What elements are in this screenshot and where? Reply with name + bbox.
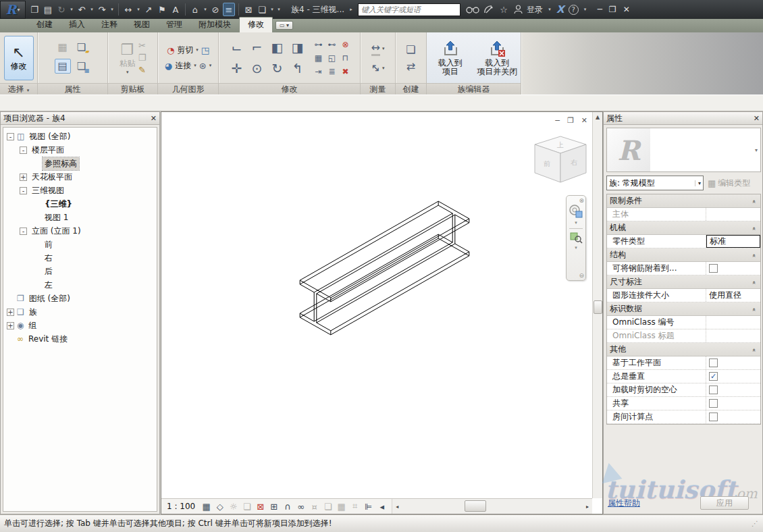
section-icon[interactable]: ⊘ (209, 3, 221, 16)
tree-item[interactable]: + 天花板平面 (3, 170, 157, 184)
tree-item[interactable]: 参照标高 (3, 157, 157, 170)
drawing-area[interactable]: ─ ❐ ✕ 上 前 右 ⊗ ▾ ▾ ⊖ ▲ 1 : 100 (161, 111, 603, 514)
modify-tool-icon[interactable]: ⌐ (247, 37, 267, 58)
property-row[interactable]: 房间计算点 « (607, 410, 760, 424)
tree-item[interactable]: 视图 1 (3, 211, 157, 224)
sign-in-dropdown-icon[interactable]: ▾ (547, 3, 552, 16)
thin-lines-icon[interactable]: ≡ (223, 3, 235, 16)
property-row[interactable]: 加载时剪切的空心 « (607, 383, 760, 397)
type-selector-dropdown-icon[interactable]: ▾ (695, 180, 701, 186)
measure-line-icon[interactable]: ↔ (371, 41, 380, 56)
create-similar-icon[interactable]: ⇄ (406, 60, 415, 73)
property-row[interactable]: 标识数据 « (607, 302, 760, 316)
horizontal-scrollbar[interactable]: ◂ ▸ (392, 499, 592, 514)
default-3d-view-icon[interactable]: ⌂ (189, 3, 201, 16)
undo-dropdown-icon[interactable]: ▾ (89, 3, 95, 16)
tree-item[interactable]: 右 (3, 251, 157, 265)
maximize-button[interactable]: ❐ (609, 5, 616, 14)
tree-item[interactable]: - 楼层平面 (3, 143, 157, 157)
measure-dropdown-icon[interactable]: ▾ (136, 3, 141, 16)
help-icon[interactable]: ? (569, 5, 579, 15)
undo-icon[interactable]: ↶ (76, 3, 88, 16)
section-collapse-icon[interactable]: « (752, 348, 758, 351)
property-checkbox[interactable] (709, 385, 718, 394)
view-control-icon[interactable]: ◇ (214, 502, 226, 512)
property-value[interactable]: 使用直径 (706, 289, 760, 302)
section-collapse-icon[interactable]: « (752, 253, 758, 257)
view-control-icon[interactable]: ∞ (295, 502, 307, 512)
modify-tool-icon[interactable]: ▦ (312, 51, 325, 65)
switch-windows-icon[interactable]: ❏ (256, 3, 268, 16)
navbar-close-icon[interactable]: ⊗ (579, 197, 584, 204)
edit-type-button[interactable]: ▦ 编辑类型 (708, 176, 761, 190)
family-category-icon[interactable]: ❏▰ (74, 40, 90, 55)
tree-item[interactable]: 前 (3, 238, 157, 251)
modify-tool-icon[interactable]: ⊙ (247, 58, 267, 79)
load-into-project-button[interactable]: 载入到 项目 (429, 40, 471, 76)
tree-item[interactable]: 左 (3, 278, 157, 292)
aligned-dimension-icon[interactable]: ↗ (142, 3, 155, 16)
sign-in-person-icon[interactable] (514, 5, 523, 14)
switch-windows-dropdown-icon[interactable]: ▾ (269, 3, 275, 16)
property-row[interactable]: OmniClass 编号 « (607, 316, 760, 329)
ribbon-tab[interactable]: 插入 (61, 18, 93, 32)
panel-label-select[interactable]: 选择 ▾ (0, 83, 37, 95)
modify-tool-icon[interactable]: ⊗ (339, 38, 352, 51)
exchange-apps-icon[interactable]: X (556, 3, 564, 16)
modify-tool-icon[interactable]: ⇥ (312, 65, 325, 78)
section-collapse-icon[interactable]: « (752, 307, 758, 311)
scroll-right-icon[interactable]: ▸ (583, 504, 592, 510)
preview-dropdown-icon[interactable]: ▾ (752, 144, 760, 156)
tree-item[interactable]: + ❑ 族 (3, 305, 157, 319)
steering-wheel-icon[interactable] (569, 204, 583, 219)
save-icon[interactable]: ▤ (42, 3, 54, 16)
property-row[interactable]: 基于工作平面 « (607, 356, 760, 370)
tree-expander-icon[interactable]: - (20, 187, 27, 194)
ribbon-tab[interactable]: 附加模块 (190, 18, 239, 32)
family-types-icon[interactable]: ▦ (55, 40, 71, 55)
property-checkbox[interactable] (709, 358, 718, 367)
copy-icon[interactable]: ❐ (138, 53, 147, 63)
vertical-scrollbar[interactable]: ▲ (592, 112, 602, 498)
horizontal-scroll-thumb[interactable] (465, 500, 486, 512)
view-control-icon[interactable]: ❏ (322, 502, 334, 512)
join-geometry-button[interactable]: 连接 (175, 60, 191, 72)
zoom-icon[interactable] (569, 230, 583, 244)
type-selector[interactable]: 族: 常规模型 ▾ (606, 176, 704, 190)
section-collapse-icon[interactable]: « (752, 199, 758, 203)
property-row[interactable]: 尺寸标注 « (607, 275, 760, 289)
property-row[interactable]: 圆形连接件大小 使用直径 « (607, 289, 760, 302)
favorites-star-icon[interactable]: ☆ (498, 3, 510, 16)
view-control-icon[interactable]: ⊠ (255, 502, 266, 512)
ribbon-tab[interactable]: 管理 (158, 18, 190, 32)
property-row[interactable]: 总是垂直 ✓ « (607, 370, 760, 383)
modify-tool-icon[interactable]: ◨ (288, 37, 308, 58)
property-row[interactable]: 共享 « (607, 397, 760, 410)
measure-diagonal-icon[interactable]: ↔ (368, 60, 384, 76)
tree-expander-icon[interactable]: + (7, 309, 14, 316)
property-value[interactable] (706, 208, 760, 221)
property-row[interactable]: 机械 « (607, 221, 760, 235)
apply-button[interactable]: 应用 (700, 496, 749, 510)
tree-item[interactable]: - 三维视图 (3, 184, 157, 197)
view-scale[interactable]: 1 : 100 (161, 502, 201, 511)
view-control-icon[interactable]: ☼ (228, 502, 239, 512)
help-dropdown-icon[interactable]: ▾ (583, 3, 588, 16)
property-value[interactable] (706, 329, 760, 342)
ribbon-display-toggle[interactable]: ▭ ▾ (275, 21, 293, 30)
load-into-project-and-close-button[interactable]: 载入到 项目并关闭 (477, 40, 519, 76)
3d-view-dropdown-icon[interactable]: ▾ (203, 3, 208, 16)
redo-dropdown-icon[interactable]: ▾ (109, 3, 115, 16)
tree-expander-icon[interactable]: - (7, 133, 14, 140)
tree-expander-icon[interactable]: - (20, 228, 27, 235)
property-row[interactable]: 结构 « (607, 248, 760, 262)
tree-item[interactable]: 后 (3, 265, 157, 278)
modify-tool-icon[interactable]: ≣ (325, 65, 339, 78)
customize-qat-icon[interactable]: ▾ (276, 3, 282, 16)
modify-button[interactable]: ↖ 修改 (4, 36, 34, 80)
view-minimize-icon[interactable]: ─ (555, 116, 560, 125)
binoculars-icon[interactable] (466, 5, 479, 14)
show-hidden-cube-icon[interactable]: ◳ (201, 45, 209, 55)
tree-item[interactable]: - 立面 (立面 1) (3, 224, 157, 238)
type-properties-icon[interactable]: ❏▦ (74, 59, 90, 74)
